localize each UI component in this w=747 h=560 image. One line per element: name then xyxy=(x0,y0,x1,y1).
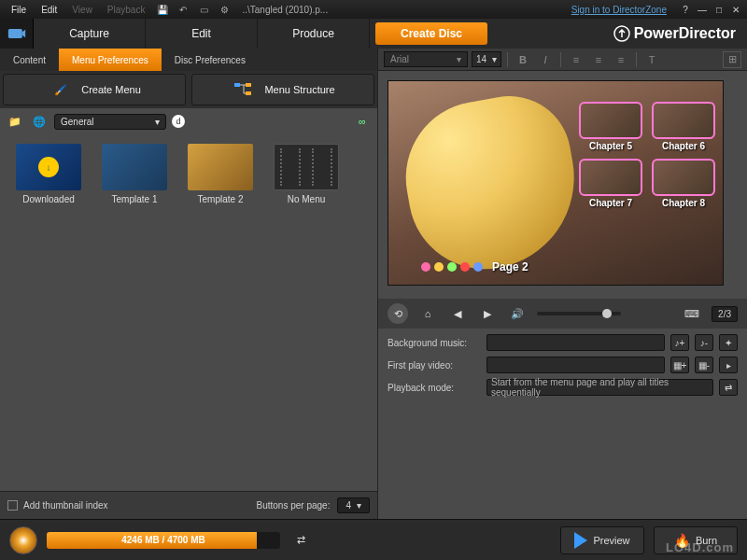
preview-button[interactable]: Preview xyxy=(560,526,644,554)
tab-create-disc[interactable]: Create Disc xyxy=(375,22,487,45)
template-toolbar: 📁 🌐 General▾ d ∞ xyxy=(0,108,377,134)
menu-structure-button[interactable]: Menu Structure xyxy=(191,74,374,105)
create-menu-button[interactable]: 🖌️ Create Menu xyxy=(3,74,186,105)
bg-music-field[interactable] xyxy=(486,334,665,351)
svg-rect-4 xyxy=(246,91,251,95)
right-panel: Arial▾ 14▾ B I ≡ ≡ ≡ T ⊞ Chapter 5 xyxy=(378,49,747,519)
font-size-select[interactable]: 14▾ xyxy=(472,51,501,67)
tab-produce[interactable]: Produce xyxy=(258,19,370,49)
first-play-field[interactable] xyxy=(486,357,665,373)
titlebar: File Edit View Playback 💾 ↶ ▭ ⚙ ..\Tangl… xyxy=(0,0,747,19)
subtabs: Content Menu Preferences Disc Preference… xyxy=(0,49,377,71)
keyboard-icon[interactable]: ⌨ xyxy=(682,303,702,324)
swap-icon[interactable]: ⇄ xyxy=(289,529,312,552)
tab-edit[interactable]: Edit xyxy=(146,19,258,49)
text-style-button[interactable]: T xyxy=(642,51,661,68)
video-remove-icon[interactable]: ▦- xyxy=(695,357,713,373)
chapter-button[interactable]: Chapter 6 xyxy=(652,102,715,151)
chapter-button[interactable]: Chapter 7 xyxy=(579,159,642,208)
template-item[interactable]: Template 2 xyxy=(177,144,263,204)
volume-icon[interactable]: 🔊 xyxy=(507,303,528,324)
layout-button[interactable]: ⊞ xyxy=(723,51,741,68)
help-icon[interactable]: ? xyxy=(678,3,693,16)
menu-preview[interactable]: Chapter 5 Chapter 6 Chapter 7 Chapter 8 … xyxy=(388,80,724,286)
align-left-button[interactable]: ≡ xyxy=(567,51,585,68)
ratio-icon[interactable]: ▭ xyxy=(195,3,212,16)
svg-rect-3 xyxy=(246,83,251,87)
playback-mode-button[interactable]: ⇄ xyxy=(719,379,738,396)
play-icon xyxy=(574,532,587,549)
playback-mode-field[interactable]: Start from the menu page and play all ti… xyxy=(486,379,713,396)
main-tabs: Capture Edit Produce Create Disc PowerDi… xyxy=(0,19,747,49)
brand-label: PowerDirector xyxy=(613,19,747,49)
folder-icon[interactable]: 📁 xyxy=(6,112,24,131)
align-center-button[interactable]: ≡ xyxy=(589,51,608,68)
bg-music-label: Background music: xyxy=(388,338,481,348)
left-panel: Content Menu Preferences Disc Preference… xyxy=(0,49,378,519)
add-thumbnail-checkbox[interactable] xyxy=(7,500,18,511)
next-button[interactable]: ▶ xyxy=(477,303,498,324)
disc-usage-text: 4246 MB / 4700 MB xyxy=(47,532,280,549)
undo-icon[interactable]: ↶ xyxy=(175,3,191,16)
category-select[interactable]: General▾ xyxy=(54,114,166,130)
structure-icon xyxy=(231,79,257,100)
flower-icon xyxy=(473,262,483,272)
prev-button[interactable]: ◀ xyxy=(447,303,468,324)
minimize-icon[interactable]: — xyxy=(695,3,710,16)
save-icon[interactable]: 💾 xyxy=(154,3,171,16)
app-icon xyxy=(0,19,34,49)
flower-icon xyxy=(421,262,430,272)
subtab-content[interactable]: Content xyxy=(0,49,59,71)
music-add-icon[interactable]: ♪+ xyxy=(670,334,689,351)
menu-playback[interactable]: Playback xyxy=(100,5,153,15)
template-item[interactable]: Downloaded xyxy=(6,144,92,204)
flame-icon: 🔥 xyxy=(674,533,690,548)
page-counter: 2/3 xyxy=(712,306,738,322)
video-play-icon[interactable]: ▸ xyxy=(719,357,738,373)
left-footer: Add thumbnail index Buttons per page: 4▾ xyxy=(0,491,377,519)
chevron-down-icon: ▾ xyxy=(155,117,160,127)
align-right-button[interactable]: ≡ xyxy=(612,51,630,68)
globe-icon[interactable]: 🌐 xyxy=(30,112,49,131)
share-icon[interactable]: ∞ xyxy=(353,112,372,131)
flower-icon xyxy=(434,262,444,272)
add-thumbnail-label: Add thumbnail index xyxy=(23,500,108,511)
template-item[interactable]: No Menu xyxy=(263,144,349,204)
music-settings-icon[interactable]: ✦ xyxy=(719,334,738,351)
svg-rect-2 xyxy=(234,83,240,87)
chapter-button[interactable]: Chapter 5 xyxy=(579,102,642,151)
video-add-icon[interactable]: ▦+ xyxy=(670,357,689,373)
text-toolbar: Arial▾ 14▾ B I ≡ ≡ ≡ T ⊞ xyxy=(378,49,747,71)
flower-icon xyxy=(447,262,457,272)
flower-icon xyxy=(460,262,470,272)
menu-edit[interactable]: Edit xyxy=(34,5,64,15)
subtab-menu-preferences[interactable]: Menu Preferences xyxy=(59,49,162,71)
return-button[interactable]: ⟲ xyxy=(388,303,408,324)
tab-capture[interactable]: Capture xyxy=(34,19,146,49)
playback-mode-label: Playback mode: xyxy=(388,383,481,393)
buttons-per-page-select[interactable]: 4▾ xyxy=(337,497,370,513)
chapter-button[interactable]: Chapter 8 xyxy=(652,159,715,208)
volume-slider[interactable] xyxy=(537,312,621,315)
home-button[interactable]: ⌂ xyxy=(417,303,438,324)
bottom-bar: 4246 MB / 4700 MB ⇄ Preview 🔥 Burn xyxy=(0,519,747,560)
template-item[interactable]: Template 1 xyxy=(92,144,177,204)
close-icon[interactable]: ✕ xyxy=(728,3,743,16)
menu-file[interactable]: File xyxy=(4,5,34,15)
bold-button[interactable]: B xyxy=(514,51,532,68)
disc-usage-bar: 4246 MB / 4700 MB xyxy=(47,532,280,549)
burn-button[interactable]: 🔥 Burn xyxy=(654,526,738,554)
subtab-disc-preferences[interactable]: Disc Preferences xyxy=(162,49,259,71)
font-select[interactable]: Arial▾ xyxy=(384,51,468,67)
info-icon[interactable]: d xyxy=(172,115,185,128)
brush-icon: 🖌️ xyxy=(48,79,74,100)
menu-view[interactable]: View xyxy=(64,5,100,15)
template-grid: Downloaded Template 1 Template 2 No Menu xyxy=(0,134,377,491)
signin-link[interactable]: Sign in to DirectorZone xyxy=(571,5,667,15)
page-indicator: Page 2 xyxy=(421,260,529,273)
disc-icon xyxy=(9,526,37,554)
settings-icon[interactable]: ⚙ xyxy=(216,3,233,16)
maximize-icon[interactable]: □ xyxy=(712,3,726,16)
music-remove-icon[interactable]: ♪- xyxy=(695,334,713,351)
italic-button[interactable]: I xyxy=(536,51,555,68)
